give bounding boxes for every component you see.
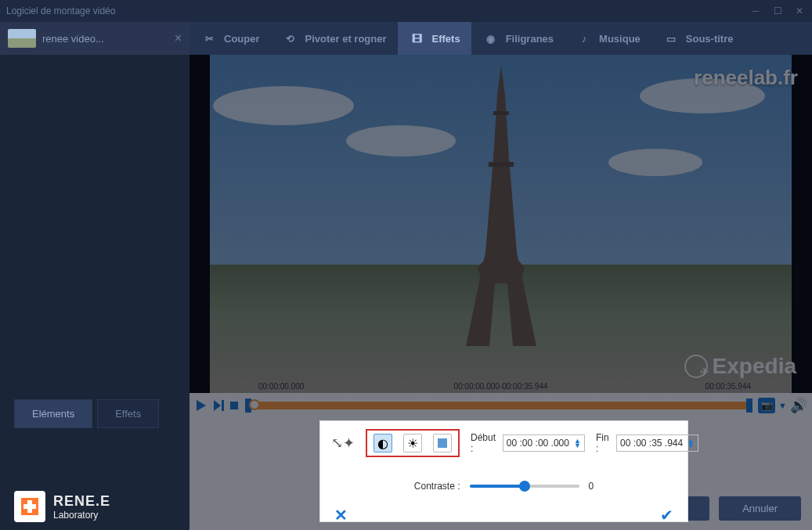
eiffel-tower-graphic — [454, 64, 548, 346]
scissors-icon: ✂ — [200, 30, 218, 47]
playhead[interactable] — [249, 399, 260, 410]
contrast-value: 0 — [589, 481, 594, 492]
video-preview[interactable]: reneelab.fr Expedia — [189, 55, 812, 393]
logo: RENE.E Laboratory — [14, 491, 110, 522]
contrast-slider[interactable] — [470, 485, 579, 488]
stop-button[interactable] — [229, 400, 240, 411]
svg-rect-1 — [493, 111, 509, 115]
file-name: renee video... — [42, 33, 168, 45]
logo-icon — [14, 491, 45, 522]
file-tab[interactable]: renee video... × — [0, 22, 189, 55]
window-title: Logiciel de montage vidéo — [6, 5, 749, 16]
slider-thumb[interactable] — [519, 481, 530, 492]
highlighted-tools: ◐ ☀ — [366, 429, 460, 457]
svg-rect-0 — [489, 162, 514, 167]
file-thumbnail — [8, 29, 36, 48]
minimize-button[interactable]: ─ — [749, 5, 762, 17]
watermark-bottom-right: Expedia — [684, 354, 796, 379]
timeline-range-label: 00:00:00.000-00:00:35.944 — [453, 382, 547, 391]
magic-wand-icon[interactable]: ⤡✦ — [331, 434, 355, 452]
play-next-button[interactable] — [211, 398, 226, 413]
play-button[interactable] — [194, 398, 208, 413]
cancel-button[interactable]: Annuler — [719, 496, 801, 521]
sidebar: Eléments Effets RENE.E Laboratory — [0, 55, 189, 530]
color-tool-button[interactable] — [433, 434, 452, 452]
logo-sub: Laboratory — [53, 510, 110, 521]
fin-input[interactable]: 00 :00 :35 .944 ▲▼ — [616, 434, 698, 452]
brightness-tool-button[interactable]: ☀ — [403, 434, 422, 452]
spinner-icon[interactable]: ▲▼ — [687, 438, 695, 448]
film-icon: 🎞 — [409, 30, 426, 47]
contrast-tool-button[interactable]: ◐ — [374, 434, 392, 452]
tool-effects[interactable]: 🎞 Effets — [398, 22, 471, 55]
panel-cancel-button[interactable]: ✕ — [334, 506, 348, 525]
tool-watermark[interactable]: ◉ Filigranes — [471, 22, 565, 55]
fin-label: Fin : — [596, 432, 613, 454]
globe-icon — [684, 355, 708, 378]
tool-cut[interactable]: ✂ Couper — [189, 22, 271, 55]
maximize-button[interactable]: ☐ — [771, 5, 784, 17]
svg-rect-2 — [230, 402, 238, 409]
tool-rotate[interactable]: ⟲ Pivoter et rogner — [271, 22, 398, 55]
music-icon: ♪ — [576, 30, 593, 47]
contrast-label: Contraste : — [414, 481, 460, 492]
tool-music[interactable]: ♪ Musique — [565, 22, 651, 55]
timeline-start-label: 00:00:00.000 — [258, 382, 304, 391]
sidebar-tab-effects[interactable]: Effets — [97, 399, 159, 428]
debut-label: Début : — [471, 432, 500, 454]
panel-confirm-button[interactable]: ✔ — [660, 506, 673, 525]
timeline-end-label: 00:00:35.944 — [706, 382, 751, 391]
timeline-track[interactable] — [247, 402, 750, 409]
effects-panel: ⤡✦ ◐ ☀ Début : 00 :00 :00 .000 ▲▼ Fin : … — [319, 420, 688, 522]
volume-button[interactable]: 🔊 — [790, 397, 807, 414]
dropdown-icon[interactable]: ▼ — [778, 401, 787, 410]
close-button[interactable]: ✕ — [793, 5, 806, 17]
debut-input[interactable]: 00 :00 :00 .000 ▲▼ — [503, 434, 585, 452]
range-end-handle[interactable] — [746, 398, 752, 413]
spinner-icon[interactable]: ▲▼ — [574, 438, 581, 448]
subtitle-icon: ▭ — [662, 30, 680, 47]
tool-subtitle[interactable]: ▭ Sous-titre — [651, 22, 745, 55]
close-tab-icon[interactable]: × — [175, 31, 182, 45]
snapshot-button[interactable]: 📷 — [758, 398, 775, 413]
logo-brand: RENE.E — [53, 493, 110, 510]
sidebar-tab-elements[interactable]: Eléments — [14, 399, 92, 428]
rotate-icon: ⟲ — [282, 30, 299, 47]
stamp-icon: ◉ — [482, 30, 500, 47]
watermark-top-right: reneelab.fr — [694, 66, 798, 90]
